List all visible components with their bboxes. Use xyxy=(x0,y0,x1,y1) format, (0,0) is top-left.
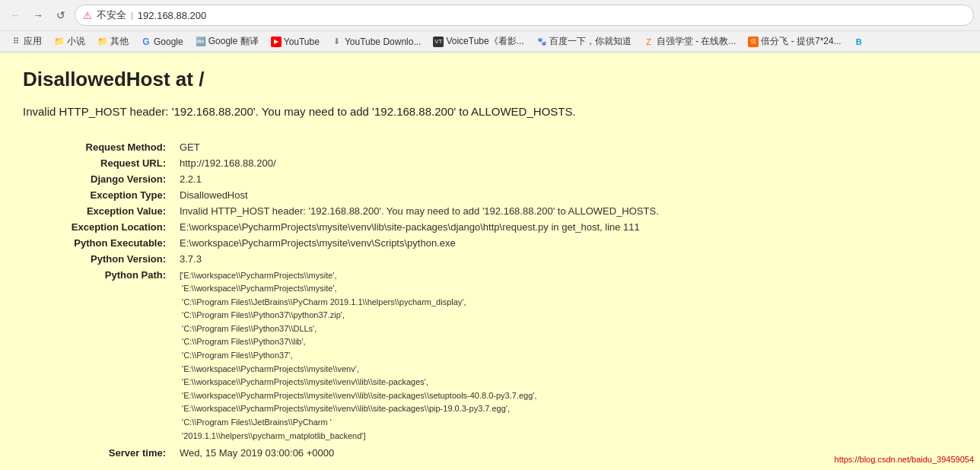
table-row: Python Executable: E:\workspace\PycharmP… xyxy=(23,235,957,251)
bookmark-google[interactable]: G Google xyxy=(136,35,188,49)
bookmark-youtube[interactable]: ▶ YouTube xyxy=(266,35,324,49)
exception-value-label: Exception Value: xyxy=(23,203,175,219)
csdn-link: https://blog.csdn.net/baidu_39459054 xyxy=(835,455,974,464)
bookmark-fenscore-label: 倍分飞 - 提供7*24... xyxy=(761,35,841,48)
bookmark-ziqiang-label: 自强学堂 - 在线教... xyxy=(657,35,737,48)
python-path-label: Python Path: xyxy=(23,267,175,446)
forward-button[interactable]: → xyxy=(29,6,47,24)
folder-icon: 📁 xyxy=(97,37,108,47)
security-label: 不安全 xyxy=(97,8,126,22)
security-icon: ⚠ xyxy=(83,10,92,21)
request-method-value: GET xyxy=(175,139,957,155)
python-version-label: Python Version: xyxy=(23,251,175,267)
bookmark-baidu[interactable]: 🐾 百度一下，你就知道 xyxy=(532,33,636,49)
reload-button[interactable]: ↺ xyxy=(52,6,70,24)
baidu-icon: 🐾 xyxy=(536,37,547,47)
bookmarks-bar: ⠿ 应用 📁 小说 📁 其他 G Google 🔤 Google 翻译 ▶ Yo… xyxy=(0,30,980,52)
bookmark-voicetube-label: VoiceTube《看影... xyxy=(446,35,523,48)
python-executable-value: E:\workspace\PycharmProjects\mysite\venv… xyxy=(175,235,957,251)
voicetube-icon: VT xyxy=(433,37,444,47)
google-icon: G xyxy=(141,37,151,47)
b-icon: B xyxy=(854,37,864,47)
bookmark-apps-label: 应用 xyxy=(24,35,42,48)
address-bar[interactable]: ⚠ 不安全 | 192.168.88.200 xyxy=(75,5,974,26)
table-row: Exception Location: E:\workspace\Pycharm… xyxy=(23,219,957,235)
table-row: Exception Value: Invalid HTTP_HOST heade… xyxy=(23,203,957,219)
table-row: Request URL: http://192.168.88.200/ xyxy=(23,155,957,171)
bookmark-youtube-dl-label: YouTube Downlo... xyxy=(345,37,422,47)
bookmark-novel[interactable]: 📁 小说 xyxy=(49,33,90,49)
bookmark-google-translate-label: Google 翻译 xyxy=(208,35,259,48)
bookmark-ziqiang[interactable]: Z 自强学堂 - 在线教... xyxy=(639,33,741,49)
bookmark-other-label: 其他 xyxy=(110,35,129,48)
table-row: Python Path: ['E:\\workspace\\PycharmPro… xyxy=(23,267,957,446)
table-row: Server time: Wed, 15 May 2019 03:00:06 +… xyxy=(23,445,957,461)
browser-chrome: ← → ↺ ⚠ 不安全 | 192.168.88.200 ⠿ 应用 📁 小说 📁… xyxy=(0,0,980,52)
table-row: Request Method: GET xyxy=(23,139,957,155)
bookmark-fenscore[interactable]: 倍 倍分飞 - 提供7*24... xyxy=(743,33,845,49)
book-icon: 📁 xyxy=(54,37,65,47)
python-executable-label: Python Executable: xyxy=(23,235,175,251)
table-row: Python Version: 3.7.3 xyxy=(23,251,957,267)
table-row: Exception Type: DisallowedHost xyxy=(23,187,957,203)
python-version-value: 3.7.3 xyxy=(175,251,957,267)
bookmark-b[interactable]: B xyxy=(849,35,869,49)
request-url-value: http://192.168.88.200/ xyxy=(175,155,957,171)
bookmark-other[interactable]: 📁 其他 xyxy=(93,33,133,49)
address-text: 192.168.88.200 xyxy=(138,10,206,21)
bookmark-google-label: Google xyxy=(154,37,183,47)
exception-type-value: DisallowedHost xyxy=(175,187,957,203)
bookmark-youtube-dl[interactable]: ⬇ YouTube Downlo... xyxy=(327,35,426,49)
error-title: DisallowedHost at / xyxy=(23,68,957,91)
python-path-value: ['E:\\workspace\\PycharmProjects\\mysite… xyxy=(175,267,957,446)
python-path-list: ['E:\\workspace\\PycharmProjects\\mysite… xyxy=(180,269,953,443)
bookmark-apps[interactable]: ⠿ 应用 xyxy=(6,33,46,49)
fenscore-icon: 倍 xyxy=(748,37,759,47)
bookmark-novel-label: 小说 xyxy=(67,35,85,48)
google-translate-icon: 🔤 xyxy=(196,37,206,47)
bookmark-voicetube[interactable]: VT VoiceTube《看影... xyxy=(428,33,528,49)
address-separator: | xyxy=(131,11,133,20)
ziqiang-icon: Z xyxy=(644,37,654,47)
server-time-label: Server time: xyxy=(23,445,175,461)
bookmark-google-translate[interactable]: 🔤 Google 翻译 xyxy=(191,33,263,49)
django-version-label: Django Version: xyxy=(23,171,175,187)
navigation-bar: ← → ↺ ⚠ 不安全 | 192.168.88.200 xyxy=(0,0,980,30)
page-content: DisallowedHost at / Invalid HTTP_HOST he… xyxy=(0,52,980,470)
exception-location-label: Exception Location: xyxy=(23,219,175,235)
exception-value-text: Invalid HTTP_HOST header: '192.168.88.20… xyxy=(175,203,957,219)
back-button[interactable]: ← xyxy=(6,6,24,24)
error-description: Invalid HTTP_HOST header: '192.168.88.20… xyxy=(23,103,957,121)
exception-location-value: E:\workspace\PycharmProjects\mysite\venv… xyxy=(175,219,957,235)
request-url-label: Request URL: xyxy=(23,155,175,171)
youtube-dl-icon: ⬇ xyxy=(332,37,342,47)
bookmark-baidu-label: 百度一下，你就知道 xyxy=(549,35,632,48)
youtube-icon: ▶ xyxy=(271,37,282,47)
bookmark-youtube-label: YouTube xyxy=(284,37,320,47)
request-method-label: Request Method: xyxy=(23,139,175,155)
info-table: Request Method: GET Request URL: http://… xyxy=(23,139,957,462)
apps-icon: ⠿ xyxy=(11,37,21,47)
table-row: Django Version: 2.2.1 xyxy=(23,171,957,187)
exception-type-label: Exception Type: xyxy=(23,187,175,203)
django-version-value: 2.2.1 xyxy=(175,171,957,187)
